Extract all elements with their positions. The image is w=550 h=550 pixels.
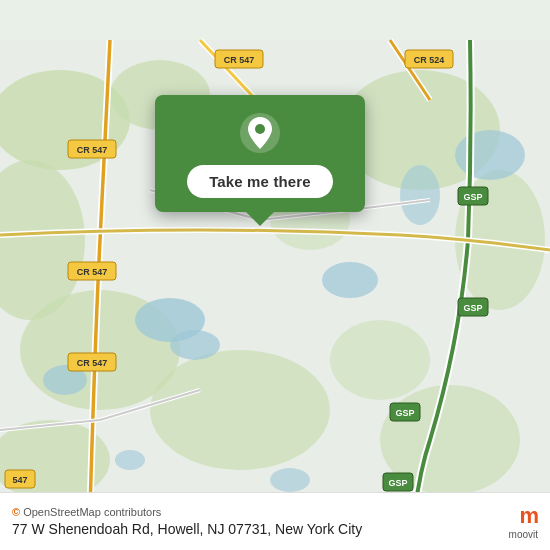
svg-text:CR 547: CR 547 <box>77 358 108 368</box>
svg-point-16 <box>455 130 525 180</box>
map-container: CR 547 CR 524 CR 547 CR 547 CR 547 GSP G… <box>0 0 550 550</box>
svg-text:CR 524: CR 524 <box>414 55 445 65</box>
svg-point-14 <box>322 262 378 298</box>
svg-point-19 <box>115 450 145 470</box>
popup-card: Take me there <box>155 95 365 212</box>
moovit-brand-text: moovit <box>509 529 538 540</box>
osm-credit: © OpenStreetMap contributors <box>12 506 362 518</box>
svg-point-13 <box>170 330 220 360</box>
svg-text:CR 547: CR 547 <box>77 267 108 277</box>
svg-point-10 <box>330 320 430 400</box>
osm-text: OpenStreetMap contributors <box>23 506 161 518</box>
bottom-bar: © OpenStreetMap contributors 77 W Shenen… <box>0 492 550 550</box>
svg-point-53 <box>255 124 265 134</box>
osm-icon: © <box>12 506 20 518</box>
svg-point-18 <box>270 468 310 492</box>
svg-text:547: 547 <box>12 475 27 485</box>
svg-text:GSP: GSP <box>388 478 407 488</box>
svg-text:GSP: GSP <box>463 192 482 202</box>
bottom-left-info: © OpenStreetMap contributors 77 W Shenen… <box>12 506 362 537</box>
svg-text:CR 547: CR 547 <box>224 55 255 65</box>
take-me-there-button[interactable]: Take me there <box>187 165 333 198</box>
svg-point-15 <box>400 165 440 225</box>
svg-text:GSP: GSP <box>463 303 482 313</box>
svg-text:GSP: GSP <box>395 408 414 418</box>
address-text: 77 W Shenendoah Rd, Howell, NJ 07731, Ne… <box>12 521 362 537</box>
moovit-logo: m moovit <box>509 503 538 540</box>
svg-point-7 <box>150 350 330 470</box>
moovit-m-letter: m <box>519 503 538 529</box>
location-pin-icon <box>238 111 282 155</box>
svg-text:CR 547: CR 547 <box>77 145 108 155</box>
map-background: CR 547 CR 524 CR 547 CR 547 CR 547 GSP G… <box>0 0 550 550</box>
